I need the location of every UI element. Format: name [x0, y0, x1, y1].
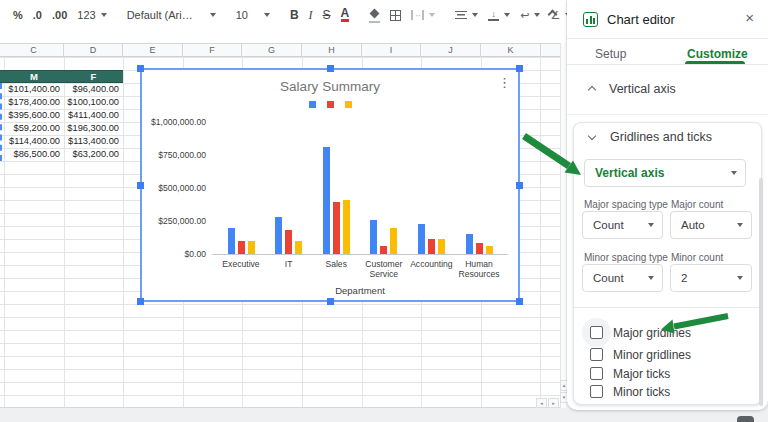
table-header-F[interactable]: F — [64, 71, 123, 83]
cell[interactable]: $63,200.00 — [64, 148, 123, 161]
fill-color-button[interactable] — [369, 10, 380, 21]
table-row: $59,200.00 $196,300.00 — [0, 122, 123, 135]
column-header-H[interactable]: H — [302, 44, 362, 57]
checkbox-major-ticks[interactable]: Major ticks — [574, 364, 761, 384]
column-header-K[interactable]: K — [481, 44, 541, 57]
bar[interactable] — [323, 147, 330, 254]
bar[interactable] — [285, 230, 292, 254]
chart-menu-button[interactable]: ⋮ — [498, 76, 511, 89]
panel-scrollbar[interactable] — [759, 178, 763, 406]
resize-handle[interactable] — [327, 298, 334, 305]
axis-select-dropdown[interactable]: Vertical axis — [584, 159, 746, 187]
column-header-J[interactable]: J — [421, 44, 481, 57]
cell[interactable]: $113,400.00 — [64, 135, 123, 148]
text-color-button[interactable]: A — [341, 8, 350, 22]
decrease-decimal-button[interactable]: .0 — [33, 9, 42, 21]
field-label: Minor count — [671, 252, 723, 263]
resize-handle[interactable] — [137, 65, 144, 72]
text-wrap-button[interactable]: ↩ — [520, 9, 540, 22]
tab-setup[interactable]: Setup — [595, 47, 626, 61]
panel-header: Chart editor × — [567, 0, 768, 39]
horizontal-align-button[interactable] — [455, 11, 478, 20]
cell[interactable]: $411,400.00 — [64, 109, 123, 122]
cell[interactable]: $178,400.00 — [4, 96, 64, 109]
table-header-M[interactable]: M — [4, 71, 64, 83]
resize-handle[interactable] — [327, 65, 334, 72]
cell[interactable]: $114,400.00 — [4, 135, 64, 148]
vertical-align-button[interactable]: ↓ — [488, 10, 510, 21]
minor-count-dropdown[interactable]: 2 — [670, 264, 752, 292]
bar[interactable] — [466, 234, 473, 254]
number-format-button[interactable]: 123 — [77, 9, 106, 21]
scroll-right-button[interactable]: ▸ — [548, 398, 559, 408]
bar[interactable] — [343, 200, 350, 254]
minor-spacing-type-dropdown[interactable]: Count — [582, 264, 663, 292]
column-header-C[interactable]: C — [4, 44, 64, 57]
bar[interactable] — [390, 228, 397, 254]
bar[interactable] — [418, 224, 425, 254]
bar[interactable] — [428, 239, 435, 254]
bold-button[interactable]: B — [290, 8, 299, 22]
checkbox-minor-gridlines[interactable]: Minor gridlines — [574, 345, 761, 365]
chart-card[interactable]: Salary Summary Department ⋮ $0.00$250,00… — [140, 68, 520, 302]
resize-handle[interactable] — [137, 298, 144, 305]
cell[interactable]: $86,500.00 — [4, 148, 64, 161]
checkbox-icon[interactable] — [590, 385, 603, 398]
merge-cells-button[interactable]: ↔ — [411, 10, 435, 20]
increase-decimal-button[interactable]: .00 — [52, 9, 67, 21]
checkbox-icon[interactable] — [590, 326, 603, 339]
resize-handle[interactable] — [516, 298, 523, 305]
bar[interactable] — [295, 241, 302, 254]
bar[interactable] — [438, 239, 445, 254]
chevron-down-icon — [731, 171, 737, 175]
bar[interactable] — [275, 217, 282, 254]
major-count-dropdown[interactable]: Auto — [670, 211, 752, 239]
percent-format-button[interactable]: % — [13, 9, 23, 21]
cutoff-button[interactable] — [737, 416, 754, 422]
cell[interactable]: $196,300.00 — [64, 122, 123, 135]
cell[interactable]: $395,600.00 — [4, 109, 64, 122]
column-header-I[interactable]: I — [362, 44, 421, 57]
column-header-F[interactable]: F — [183, 44, 242, 57]
chevron-down-icon — [588, 132, 596, 140]
resize-handle[interactable] — [516, 182, 523, 189]
tab-customize[interactable]: Customize — [687, 47, 748, 61]
table-row: $86,500.00 $63,200.00 — [0, 148, 123, 161]
bar[interactable] — [486, 246, 493, 254]
bar[interactable] — [370, 220, 377, 254]
bar[interactable] — [238, 241, 245, 254]
x-axis-category-label: Sales — [310, 260, 362, 270]
borders-icon — [390, 10, 401, 21]
checkbox-icon[interactable] — [590, 348, 603, 361]
checkbox-icon[interactable] — [590, 367, 603, 380]
bar-group — [418, 70, 445, 254]
font-size-dropdown[interactable]: 10 — [236, 9, 270, 21]
scroll-left-button[interactable]: ◂ — [536, 398, 547, 408]
section-vertical-axis[interactable]: Vertical axis — [567, 66, 768, 114]
cell[interactable]: $101,400.00 — [4, 83, 64, 96]
major-spacing-type-dropdown[interactable]: Count — [582, 211, 663, 239]
bar[interactable] — [248, 241, 255, 254]
table-header-row[interactable]: M F — [0, 70, 123, 83]
cell[interactable]: $100,100.00 — [64, 96, 123, 109]
cell[interactable]: $96,400.00 — [64, 83, 123, 96]
resize-handle[interactable] — [516, 65, 523, 72]
cell[interactable]: $59,200.00 — [4, 122, 64, 135]
bar[interactable] — [333, 202, 340, 254]
checkbox-major-gridlines[interactable]: Major gridlines — [574, 323, 761, 343]
strikethrough-button[interactable]: S — [323, 8, 331, 22]
italic-button[interactable]: I — [309, 8, 313, 23]
bar[interactable] — [476, 243, 483, 254]
column-header-G[interactable]: G — [242, 44, 302, 57]
bar-group — [275, 70, 302, 254]
close-icon[interactable]: × — [745, 9, 754, 26]
vertical-scrollbar[interactable]: ▴ ▾ — [560, 43, 566, 408]
checkbox-minor-ticks[interactable]: Minor ticks — [574, 382, 761, 402]
column-header-D[interactable]: D — [64, 44, 123, 57]
bar[interactable] — [228, 228, 235, 254]
checkbox-label: Minor gridlines — [613, 348, 691, 362]
font-name-dropdown[interactable]: Default (Ari… — [127, 9, 216, 21]
column-header-E[interactable]: E — [123, 44, 183, 57]
borders-button[interactable] — [390, 10, 401, 21]
bar[interactable] — [380, 246, 387, 254]
